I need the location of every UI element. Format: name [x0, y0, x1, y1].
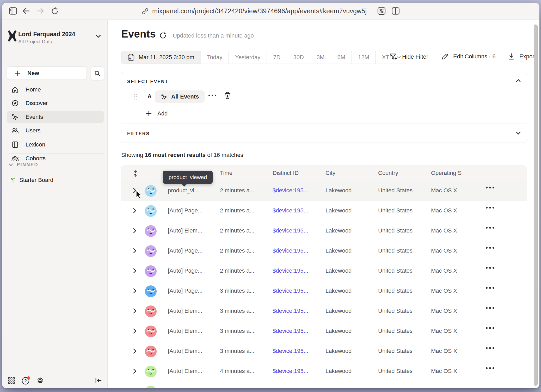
sidebar-toggle-icon[interactable] — [7, 5, 19, 17]
search-button[interactable] — [91, 66, 104, 80]
address-bar[interactable]: mixpanel.com/project/3472420/view/397469… — [142, 3, 367, 20]
preset-7d[interactable]: 7D — [267, 51, 287, 64]
preset-12m[interactable]: 12M — [352, 51, 376, 64]
hide-filter-button[interactable]: Hide Filter — [390, 53, 428, 61]
country-value: United States — [378, 267, 413, 274]
table-row[interactable]: [Auto] Page... 2 minutes a... $device:19… — [121, 241, 527, 261]
preset-6m[interactable]: 6M — [331, 51, 352, 64]
project-switcher[interactable]: Lord Farquaad 2024 All Project Data — [18, 31, 75, 45]
sidebar-item-users[interactable]: Users — [7, 124, 104, 137]
distinct-id-link[interactable]: $device:195... — [273, 267, 308, 274]
collapse-section-icon[interactable] — [516, 79, 521, 82]
event-name[interactable]: [Auto] Elem... — [168, 348, 202, 354]
add-event-button[interactable]: Add — [146, 110, 168, 117]
event-name[interactable]: [Auto] Elem... — [168, 368, 202, 375]
forward-button[interactable] — [34, 5, 47, 17]
row-actions-icon[interactable] — [486, 307, 494, 309]
distinct-id-link[interactable]: $device:195... — [273, 287, 308, 294]
expand-row-icon[interactable] — [133, 288, 137, 294]
distinct-id-link[interactable]: $device:195... — [273, 368, 308, 375]
row-actions-icon[interactable] — [486, 247, 494, 249]
collapse-rows-icon[interactable] — [132, 170, 138, 177]
event-name[interactable]: [Auto] Elem... — [168, 308, 202, 314]
expand-row-icon[interactable] — [133, 368, 137, 374]
sidebar-item-events[interactable]: Events — [7, 111, 104, 123]
city-value: Lakewood — [325, 287, 352, 294]
expand-row-icon[interactable] — [133, 228, 137, 234]
col-distinct-id[interactable]: Distinct ID — [273, 170, 299, 176]
table-row[interactable]: [Auto] Page... 2 minutes a... $device:19… — [121, 201, 527, 221]
export-button[interactable]: Export — [508, 53, 536, 60]
expand-row-icon[interactable] — [133, 248, 137, 254]
col-time[interactable]: Time — [220, 170, 232, 176]
scrollbar[interactable] — [534, 24, 538, 386]
row-actions-icon[interactable] — [486, 367, 494, 369]
help-icon[interactable]: ? — [20, 375, 32, 386]
new-button[interactable]: New — [7, 66, 87, 80]
event-name[interactable]: [Auto] Elem... — [168, 328, 202, 334]
drag-handle-icon[interactable] — [134, 94, 137, 100]
reload-button[interactable] — [48, 5, 61, 17]
tune-icon[interactable] — [375, 5, 388, 17]
preset-3m[interactable]: 3M — [310, 51, 331, 64]
event-name[interactable]: product_vi... — [168, 187, 199, 194]
expand-row-icon[interactable] — [133, 328, 137, 334]
table-row[interactable] — [121, 382, 527, 388]
event-name[interactable]: [Auto] Elem... — [168, 227, 202, 234]
table-row[interactable]: [Auto] Page... 2 minutes a... $device:19… — [121, 261, 527, 281]
distinct-id-link[interactable]: $device:195... — [273, 247, 308, 254]
preset-yesterday[interactable]: Yesterday — [229, 51, 267, 64]
table-row[interactable]: [Auto] Elem... 3 minutes a... $device:19… — [121, 301, 527, 322]
event-options-icon[interactable] — [208, 95, 216, 96]
os-value: Mac OS X — [431, 368, 457, 375]
pinned-section-header[interactable]: PINNED — [9, 162, 38, 168]
pinned-item-starter-board[interactable]: Starter Board — [10, 177, 53, 183]
date-range-current[interactable]: Mar 11, 2025 3:30 pm — [121, 51, 201, 64]
row-actions-icon[interactable] — [486, 207, 494, 209]
table-row[interactable]: [Auto] Elem... 3 minutes a... $device:19… — [121, 341, 527, 362]
row-actions-icon[interactable] — [486, 227, 494, 229]
table-row[interactable]: [Auto] Elem... 2 minutes a... $device:19… — [121, 221, 527, 241]
table-row[interactable]: [Auto] Elem... 3 minutes a... $device:19… — [121, 321, 527, 342]
col-city[interactable]: City — [325, 170, 335, 176]
expand-row-icon[interactable] — [133, 308, 137, 314]
row-actions-icon[interactable] — [486, 287, 494, 289]
trash-icon[interactable] — [224, 91, 231, 99]
expand-row-icon[interactable] — [133, 348, 137, 354]
apps-grid-icon[interactable] — [6, 375, 17, 386]
back-button[interactable] — [20, 5, 32, 17]
expand-filters-icon[interactable] — [516, 132, 521, 135]
distinct-id-link[interactable]: $device:195... — [273, 348, 308, 354]
distinct-id-link[interactable]: $device:195... — [273, 207, 308, 214]
row-actions-icon[interactable] — [486, 267, 494, 269]
distinct-id-link[interactable]: $device:195... — [273, 227, 308, 234]
expand-row-icon[interactable] — [133, 268, 137, 274]
edit-columns-button[interactable]: Edit Columns · 6 — [441, 53, 496, 60]
row-actions-icon[interactable] — [486, 327, 494, 329]
distinct-id-link[interactable]: $device:195... — [273, 328, 308, 334]
table-row[interactable]: [Auto] Elem... 4 minutes a... $device:19… — [121, 362, 527, 382]
event-name[interactable]: [Auto] Page... — [168, 247, 202, 254]
col-operating-system[interactable]: Operating S — [431, 170, 462, 176]
event-name[interactable]: [Auto] Page... — [168, 267, 202, 274]
sidebar-item-discover[interactable]: Discover — [7, 97, 104, 109]
sidebar-item-lexicon[interactable]: Lexicon — [7, 138, 104, 151]
preset-today[interactable]: Today — [201, 51, 229, 64]
split-view-icon[interactable] — [389, 5, 402, 17]
distinct-id-link[interactable]: $device:195... — [273, 308, 308, 314]
collapse-sidebar-icon[interactable] — [93, 375, 104, 386]
settings-gear-icon[interactable] — [34, 375, 46, 386]
event-name[interactable]: [Auto] Page... — [168, 287, 202, 294]
col-country[interactable]: Country — [378, 170, 398, 176]
expand-row-icon[interactable] — [133, 208, 137, 213]
preset-30d[interactable]: 30D — [287, 51, 310, 64]
chevron-down-icon[interactable] — [95, 34, 101, 38]
table-row[interactable]: [Auto] Page... 3 minutes a... $device:19… — [121, 281, 527, 302]
row-actions-icon[interactable] — [486, 187, 494, 188]
sidebar-item-home[interactable]: Home — [7, 83, 104, 96]
refresh-icon[interactable] — [159, 31, 167, 39]
event-selector-pill[interactable]: All Events — [155, 90, 205, 103]
row-actions-icon[interactable] — [486, 347, 494, 349]
event-name[interactable]: [Auto] Page... — [168, 207, 202, 214]
distinct-id-link[interactable]: $device:195... — [273, 187, 308, 194]
